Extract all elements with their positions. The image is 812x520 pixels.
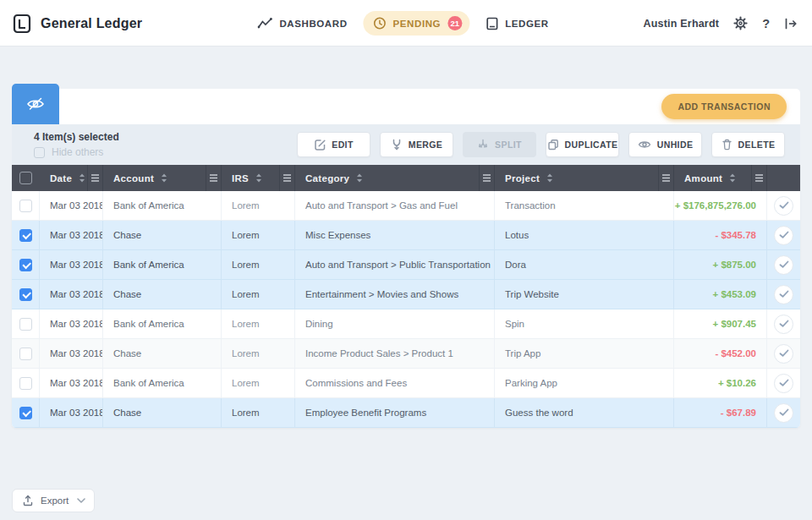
merge-icon	[391, 139, 403, 151]
help-icon[interactable]: ?	[762, 17, 770, 30]
clock-icon	[374, 17, 387, 30]
nav-item-dashboard[interactable]: DASHBOARD	[257, 18, 347, 29]
duplicate-button[interactable]: DUPLICATE	[546, 132, 619, 157]
cell-account: Chase	[103, 398, 222, 427]
panel-tab-row: ADD TRANSACTION	[12, 84, 800, 124]
app-title: General Ledger	[41, 16, 142, 31]
hide-others-toggle[interactable]: Hide others	[34, 146, 119, 158]
eye-off-icon	[26, 96, 45, 112]
button-label: EDIT	[332, 140, 354, 150]
edit-button[interactable]: EDIT	[297, 132, 370, 157]
delete-button[interactable]: DELETE	[711, 132, 785, 157]
approve-check-icon[interactable]	[774, 403, 793, 423]
table-row[interactable]: Mar 03 2018 Chase Lorem Misc Expenses Lo…	[12, 221, 800, 250]
cell-amount: - $452.00	[674, 339, 767, 368]
button-label: DUPLICATE	[565, 140, 618, 150]
hide-others-checkbox[interactable]	[34, 147, 45, 158]
table-row[interactable]: Mar 03 2018 Bank of America Lorem Auto a…	[12, 250, 800, 280]
row-checkbox[interactable]	[19, 200, 32, 212]
sort-icon[interactable]	[79, 173, 85, 183]
cell-irs: Lorem	[222, 309, 295, 338]
table-header: Date Account IRS Category Project	[12, 165, 800, 191]
row-checkbox[interactable]	[19, 318, 32, 331]
cell-project: Guess the word	[495, 398, 674, 427]
row-checkbox[interactable]	[19, 288, 32, 301]
table-row[interactable]: Mar 03 2018 Bank of America Lorem Dining…	[12, 309, 800, 339]
sort-icon[interactable]	[161, 173, 167, 183]
cell-account: Chase	[103, 221, 222, 249]
column-menu-icon[interactable]	[279, 165, 295, 191]
sort-icon[interactable]	[255, 173, 262, 183]
cell-amount: + $875.00	[674, 250, 767, 279]
approve-check-icon[interactable]	[774, 344, 793, 364]
nav-item-pending[interactable]: PENDING 21	[364, 11, 470, 36]
table-row[interactable]: Mar 03 2018 Chase Lorem Income Product S…	[12, 339, 800, 369]
cell-amount: + $907.45	[674, 309, 767, 338]
split-button[interactable]: SPLIT	[463, 132, 536, 157]
row-checkbox[interactable]	[19, 259, 32, 271]
column-menu-icon[interactable]	[751, 165, 767, 191]
approve-check-icon[interactable]	[774, 255, 793, 275]
cell-project: Trip Website	[495, 280, 674, 309]
cell-project: Parking App	[495, 369, 674, 397]
panel-header: ADD TRANSACTION	[59, 89, 800, 124]
logout-icon[interactable]	[784, 18, 798, 30]
sort-icon[interactable]	[729, 173, 736, 183]
select-all-checkbox[interactable]	[19, 172, 32, 184]
column-menu-icon[interactable]	[206, 165, 222, 191]
row-checkbox-cell	[12, 398, 40, 427]
column-menu-icon[interactable]	[87, 165, 103, 191]
cell-date: Mar 03 2018	[40, 280, 103, 309]
row-status-cell	[767, 398, 800, 427]
header-account[interactable]: Account	[103, 165, 222, 191]
approve-check-icon[interactable]	[774, 226, 793, 245]
approve-check-icon[interactable]	[774, 285, 793, 304]
header-project[interactable]: Project	[495, 165, 674, 191]
selection-toolbar: 4 Item(s) selected Hide others EDIT MERG…	[12, 124, 800, 165]
header-date[interactable]: Date	[40, 165, 103, 191]
column-menu-icon[interactable]	[479, 165, 495, 191]
approve-check-icon[interactable]	[774, 315, 793, 334]
table-row[interactable]: Mar 03 2018 Chase Lorem Entertainment > …	[12, 280, 800, 309]
unhide-button[interactable]: UNHIDE	[628, 132, 702, 157]
cell-irs: Lorem	[222, 398, 295, 427]
table-row[interactable]: Mar 03 2018 Bank of America Lorem Auto a…	[12, 191, 800, 221]
header-checkbox-cell	[12, 165, 40, 191]
ledger-panel: ADD TRANSACTION 4 Item(s) selected Hide …	[12, 84, 800, 428]
selection-info: 4 Item(s) selected Hide others	[34, 131, 119, 158]
pending-count-badge: 21	[447, 16, 462, 30]
sort-icon[interactable]	[356, 173, 363, 183]
row-checkbox-cell	[12, 369, 40, 397]
header-irs[interactable]: IRS	[222, 165, 295, 191]
header-amount[interactable]: Amount	[674, 165, 767, 191]
table-row[interactable]: Mar 03 2018 Chase Lorem Employee Benefit…	[12, 398, 800, 428]
export-button[interactable]: Export	[12, 489, 95, 512]
add-transaction-button[interactable]: ADD TRANSACTION	[661, 94, 787, 119]
approve-check-icon[interactable]	[774, 374, 793, 393]
column-menu-icon[interactable]	[658, 165, 674, 191]
settings-gear-icon[interactable]	[733, 16, 748, 30]
approve-check-icon[interactable]	[774, 196, 793, 216]
row-checkbox-cell	[12, 221, 40, 249]
merge-button[interactable]: MERGE	[380, 132, 453, 157]
header-category[interactable]: Category	[295, 165, 495, 191]
nav-item-ledger[interactable]: LEDGER	[486, 17, 549, 30]
brand[interactable]: General Ledger	[11, 0, 142, 47]
table-row[interactable]: Mar 03 2018 Bank of America Lorem Commis…	[12, 369, 800, 398]
user-name[interactable]: Austin Erhardt	[644, 18, 720, 30]
column-label: Project	[505, 173, 540, 183]
row-checkbox[interactable]	[19, 229, 32, 242]
row-checkbox[interactable]	[19, 348, 32, 360]
cell-category: Auto and Transport > Public Transportati…	[295, 250, 495, 279]
hidden-items-tab[interactable]	[12, 84, 59, 124]
cell-date: Mar 03 2018	[40, 221, 103, 249]
cell-amount: + $10.26	[674, 369, 767, 397]
nav-label: PENDING	[393, 19, 442, 29]
navbar-right: Austin Erhardt ?	[644, 0, 798, 47]
eye-icon	[638, 140, 651, 150]
row-checkbox[interactable]	[19, 377, 32, 390]
row-checkbox[interactable]	[19, 407, 32, 419]
button-label: DELETE	[738, 140, 776, 150]
sort-icon[interactable]	[546, 173, 553, 183]
cell-project: Dora	[495, 250, 674, 279]
